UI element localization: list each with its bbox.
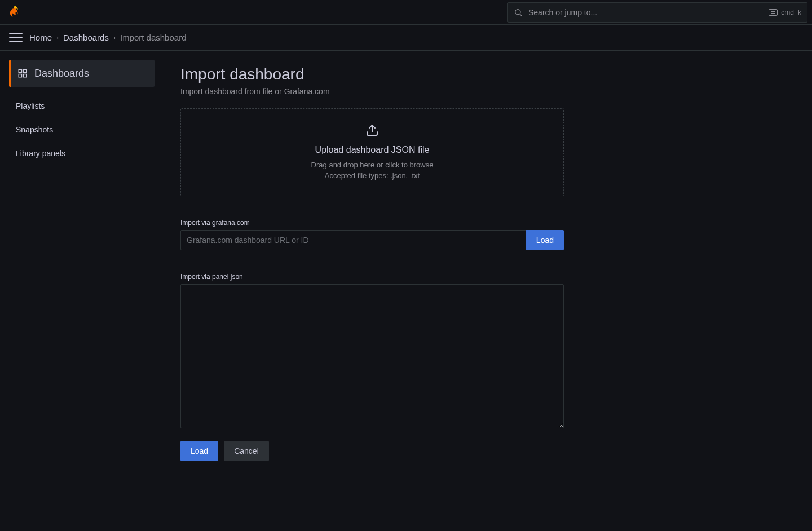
topbar: Search or jump to... cmd+k	[0, 0, 812, 25]
panel-json-textarea[interactable]	[180, 284, 564, 428]
page-body: Dashboards Playlists Snapshots Library p…	[0, 51, 812, 531]
sidebar: Dashboards Playlists Snapshots Library p…	[0, 51, 164, 531]
menu-toggle-icon[interactable]	[9, 31, 23, 45]
search-shortcut: cmd+k	[769, 8, 801, 16]
sidebar-heading-dashboards[interactable]: Dashboards	[9, 60, 155, 87]
svg-line-1	[520, 14, 522, 16]
load-url-button[interactable]: Load	[526, 230, 564, 250]
search-placeholder: Search or jump to...	[528, 8, 763, 17]
sidebar-item-playlists[interactable]: Playlists	[9, 95, 155, 117]
upload-icon	[365, 123, 379, 137]
import-url-label: Import via grafana.com	[180, 219, 803, 227]
breadcrumb-current: Import dashboard	[120, 33, 187, 42]
chevron-right-icon: ›	[56, 34, 59, 42]
sidebar-item-snapshots[interactable]: Snapshots	[9, 118, 155, 141]
breadcrumb: Home › Dashboards › Import dashboard	[29, 33, 186, 42]
form-actions: Load Cancel	[180, 441, 803, 461]
header-bar: Home › Dashboards › Import dashboard	[0, 25, 812, 51]
svg-rect-2	[19, 69, 21, 72]
search-icon	[514, 8, 523, 17]
dropzone-title: Upload dashboard JSON file	[315, 145, 430, 155]
svg-rect-5	[24, 74, 27, 77]
sidebar-item-library-panels[interactable]: Library panels	[9, 142, 155, 165]
svg-rect-3	[24, 69, 27, 72]
global-search[interactable]: Search or jump to... cmd+k	[508, 2, 807, 23]
sidebar-item-label: Snapshots	[16, 125, 53, 134]
svg-point-0	[515, 9, 520, 14]
dropzone-hint-line1: Drag and drop here or click to browse	[311, 161, 434, 169]
shortcut-text: cmd+k	[781, 8, 801, 16]
upload-dropzone[interactable]: Upload dashboard JSON file Drag and drop…	[180, 108, 564, 196]
import-json-label: Import via panel json	[180, 273, 803, 281]
breadcrumb-home[interactable]: Home	[29, 33, 52, 42]
dropzone-hint: Drag and drop here or click to browse Ac…	[311, 160, 434, 182]
page-title: Import dashboard	[180, 65, 803, 83]
sidebar-heading-label: Dashboards	[34, 68, 89, 79]
dropzone-hint-line2: Accepted file types: .json, .txt	[325, 171, 420, 180]
dashboard-grid-icon	[17, 68, 28, 78]
grafana-url-input[interactable]	[180, 230, 526, 250]
keyboard-icon	[769, 9, 778, 16]
sidebar-list: Playlists Snapshots Library panels	[9, 95, 155, 165]
breadcrumb-dashboards[interactable]: Dashboards	[63, 33, 109, 42]
main-content: Import dashboard Import dashboard from f…	[164, 51, 812, 531]
sidebar-item-label: Playlists	[16, 101, 45, 110]
import-url-row: Load	[180, 230, 564, 250]
page-subtitle: Import dashboard from file or Grafana.co…	[180, 87, 803, 96]
cancel-button[interactable]: Cancel	[224, 441, 269, 461]
svg-rect-4	[19, 74, 21, 77]
load-button[interactable]: Load	[180, 441, 218, 461]
chevron-right-icon: ›	[113, 34, 116, 42]
sidebar-item-label: Library panels	[16, 149, 65, 158]
grafana-logo-icon[interactable]	[7, 5, 23, 20]
